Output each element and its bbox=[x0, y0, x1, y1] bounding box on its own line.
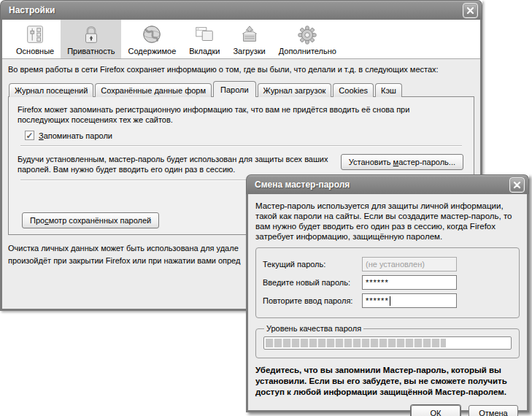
remember-passwords-row: ✓ Запоминать пароли bbox=[25, 131, 465, 140]
password-quality-label: Уровень качества пароля bbox=[264, 324, 363, 333]
toolbar-item-downloads[interactable]: Загрузки bbox=[226, 20, 271, 58]
dialog-close-button[interactable] bbox=[509, 177, 525, 193]
settings-titlebar[interactable]: Настройки bbox=[0, 0, 482, 20]
retype-password-field[interactable]: ****** bbox=[362, 293, 457, 308]
toolbar-item-content[interactable]: Содержимое bbox=[121, 20, 182, 58]
globe-icon bbox=[141, 24, 163, 46]
master-password-row: Будучи установленным, мастер-пароль буде… bbox=[18, 154, 465, 174]
dialog-description: Мастер-пароль используется для защиты ли… bbox=[255, 201, 520, 242]
privacy-tabstrip: Журнал посещений Сохранённые данные форм… bbox=[8, 80, 474, 96]
separator bbox=[20, 145, 462, 147]
lock-icon bbox=[80, 24, 102, 46]
checkmark-icon: ✓ bbox=[26, 132, 33, 139]
window-title: Настройки bbox=[9, 5, 55, 15]
remember-passwords-label: Запоминать пароли bbox=[39, 131, 112, 140]
dialog-buttons: ОК Отмена bbox=[255, 405, 520, 416]
current-password-row: Текущий пароль: (не установлен) bbox=[263, 257, 512, 271]
change-master-password-dialog: Смена мастер-пароля Мастер-пароль исполь… bbox=[246, 174, 529, 412]
tab-saved-form-data[interactable]: Сохранённые данные форм bbox=[95, 83, 212, 97]
retype-password-row: Повторите ввод пароля: ****** bbox=[263, 293, 512, 308]
current-password-field: (не установлен) bbox=[362, 257, 457, 271]
settings-toolbar: Основные Приватность Содержимое bbox=[2, 20, 480, 59]
password-fields-group: Текущий пароль: (не установлен) Введите … bbox=[255, 247, 520, 318]
toolbar-label: Приватность bbox=[67, 47, 115, 55]
toolbar-item-privacy[interactable]: Приватность bbox=[61, 20, 121, 58]
toolbar-item-general[interactable]: Основные bbox=[9, 20, 61, 58]
dialog-titlebar[interactable]: Смена мастер-пароля bbox=[246, 174, 529, 194]
new-password-label: Введите новый пароль: bbox=[263, 278, 362, 287]
master-password-description: Будучи установленным, мастер-пароль буде… bbox=[18, 154, 341, 174]
close-button[interactable] bbox=[463, 3, 478, 18]
cancel-button[interactable]: Отмена bbox=[469, 405, 518, 416]
close-icon bbox=[513, 181, 521, 189]
tab-passwords[interactable]: Пароли bbox=[213, 81, 256, 97]
view-saved-passwords-button[interactable]: Просмотр сохранённых паролей bbox=[22, 212, 159, 228]
password-quality-group: Уровень качества пароля bbox=[255, 324, 520, 358]
sliders-icon bbox=[24, 24, 46, 46]
dialog-title: Смена мастер-пароля bbox=[255, 180, 350, 190]
set-master-password-button[interactable]: Установить мастер-пароль... bbox=[341, 154, 463, 170]
tab-history[interactable]: Журнал посещений bbox=[9, 83, 93, 97]
remember-passwords-description: Firefox может запоминать регистрационную… bbox=[18, 104, 455, 125]
new-password-row: Введите новый пароль: ****** bbox=[263, 275, 512, 290]
toolbar-label: Основные bbox=[16, 47, 54, 55]
gear-icon bbox=[296, 24, 318, 46]
windows-icon bbox=[193, 24, 215, 46]
text-caret bbox=[390, 296, 390, 306]
tab-cookies[interactable]: Cookies bbox=[333, 83, 374, 97]
remember-passwords-checkbox[interactable]: ✓ bbox=[25, 131, 34, 140]
password-quality-meter bbox=[263, 336, 512, 350]
ok-button[interactable]: ОК bbox=[411, 405, 460, 416]
privacy-intro-text: Во время работы в сети Firefox сохраняет… bbox=[8, 65, 474, 74]
current-password-label: Текущий пароль: bbox=[263, 260, 362, 269]
retype-password-label: Повторите ввод пароля: bbox=[263, 296, 362, 305]
tab-download-history[interactable]: Журнал загрузок bbox=[258, 83, 332, 97]
toolbar-label: Содержимое bbox=[128, 47, 176, 55]
toolbar-item-tabs[interactable]: Вкладки bbox=[182, 20, 226, 58]
new-password-field[interactable]: ****** bbox=[362, 275, 457, 290]
download-box-icon bbox=[239, 24, 261, 46]
dialog-body: Мастер-пароль используется для защиты ли… bbox=[246, 194, 529, 412]
toolbar-label: Загрузки bbox=[233, 47, 265, 55]
toolbar-label: Дополнительно bbox=[279, 47, 336, 55]
toolbar-item-advanced[interactable]: Дополнительно bbox=[272, 20, 343, 58]
toolbar-label: Вкладки bbox=[189, 47, 220, 55]
master-password-warning: Убедитесь, что вы запомнили Мастер-парол… bbox=[255, 365, 520, 398]
close-icon bbox=[466, 7, 474, 15]
tab-cache[interactable]: Кэш bbox=[375, 83, 402, 97]
quality-fill bbox=[266, 339, 446, 347]
